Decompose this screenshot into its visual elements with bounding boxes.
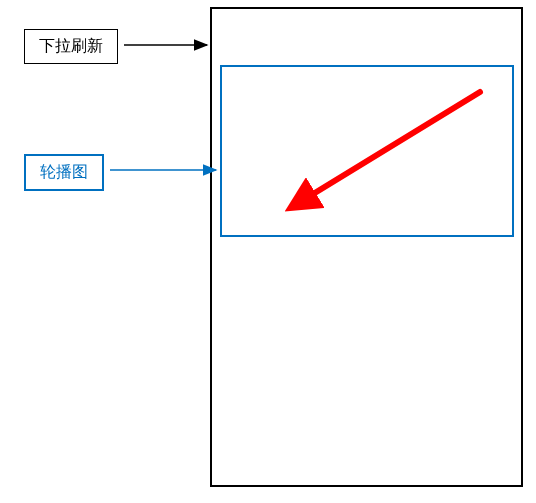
arrow-red	[0, 0, 536, 503]
svg-line-5	[300, 92, 480, 202]
